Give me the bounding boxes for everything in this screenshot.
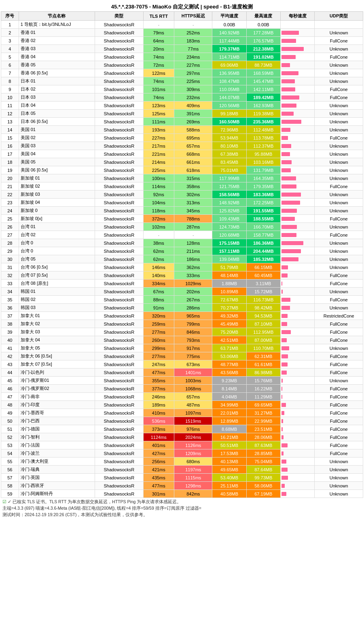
cell-https: - [174,231,212,239]
cell-tls: 74ms [143,93,174,102]
cell-name: 日本 01 [19,77,95,85]
cell-avg: 121.75MB [212,182,246,191]
cell-https: 183ms [174,37,212,45]
cell-type: ShadowsocksR [95,29,144,37]
cell-type: ShadowsocksR [95,344,144,352]
cell-tls: 118ms [143,207,174,215]
cell-name: 冷门-澳大利亚 [19,458,95,466]
cell-id: 13 [1,118,19,126]
cell-udp: Unknown [315,247,363,255]
cell-max: 113.78MB [246,134,280,142]
table-row: 10 日本 03 ShadowsocksR 74ms 232ms 144.07M… [1,93,363,102]
cell-id: 4 [1,45,19,53]
cell-speed [280,158,315,166]
cell-id: 22 [1,191,19,199]
cell-https: 657ms [174,142,212,150]
cell-id: 38 [1,320,19,328]
cell-name: 日本 04 [19,102,95,110]
cell-avg: 4.04MB [212,393,246,401]
cell-max: 162.93MB [246,102,280,110]
cell-tls: 189ms [143,401,174,409]
table-row: 5 香港 04 ShadowsocksR 74ms 234ms 114.71MB… [1,53,363,61]
cell-speed [280,126,315,134]
cell-max: 204.44MB [246,247,280,255]
table-row: 43 加拿大 07 [0.5x] ShadowsocksR 247ms 673m… [1,360,363,369]
col-max: 最高速度 [246,12,280,21]
table-row: 41 加拿大 05 ShadowsocksR 299ms 917ms 63.71… [1,344,363,352]
cell-max: 0.00B [246,21,280,29]
cell-id: 25 [1,215,19,223]
table-row: 21 新加坡 02 ShadowsocksR 114ms 358ms 121.7… [1,182,363,191]
cell-avg: 40.58MB [212,490,246,498]
cell-https: 302ms [174,191,212,199]
cell-name: 日本 06 [0.5x] [19,118,95,126]
cell-udp: FullCone [315,409,363,417]
cell-name: 新加坡 0[x] [19,215,95,223]
cell-speed [280,393,315,401]
cell-max: 191.55MB [246,207,280,215]
cell-https: 487ms [174,401,212,409]
cell-https: 252ms [174,29,212,37]
cell-tls: - [143,21,174,29]
table-row: 40 加拿大 04 ShadowsocksR 260ms 793ms 42.51… [1,336,363,344]
cell-tls: 62ms [143,255,174,263]
cell-avg: 148.92MB [212,199,246,207]
cell-id: 41 [1,344,19,352]
cell-type: ShadowsocksR [95,263,144,271]
cell-avg: 117.44MB [212,37,246,45]
cell-id: 5 [1,53,19,61]
table-row: 37 加拿大 01 ShadowsocksR 320ms 965ms 49.32… [1,312,363,320]
table-row: 4 香港 03 ShadowsocksR 20ms 77ms 179.37MB … [1,45,363,53]
cell-id: 3 [1,37,19,45]
cell-id: 55 [1,458,19,466]
cell-udp: FullCone [315,328,363,336]
cell-avg: 48.14MB [212,271,246,280]
cell-avg: 175.15MB [212,239,246,247]
cell-avg: 125.82MB [212,207,246,215]
cell-name: 美国 01 [19,126,95,134]
table-row: 8 日本 01 ShadowsocksR 74ms 225ms 108.47MB… [1,77,363,85]
cell-id: 47 [1,393,19,401]
cell-name: 美国 04 [19,150,95,158]
cell-type: ShadowsocksR [95,150,144,158]
cell-tls: 38ms [143,239,174,247]
cell-speed [280,191,315,199]
cell-id: 35 [1,296,19,304]
cell-https: 673ms [174,360,212,369]
cell-name: 冷门-英国 [19,474,95,482]
cell-name: 香港 04 [19,53,95,61]
cell-speed [280,320,315,328]
cell-type: ShadowsocksR [95,482,144,490]
table-row: 38 加拿大 02 ShadowsocksR 259ms 799ms 45.49… [1,320,363,328]
cell-type: ShadowsocksR [95,191,144,199]
cell-id: 31 [1,263,19,271]
cell-id: 50 [1,417,19,425]
cell-max: 176.57MB [246,37,280,45]
cell-avg: 49.65MB [212,466,246,474]
cell-type: ShadowsocksR [95,239,144,247]
cell-udp: Unknown [315,458,363,466]
cell-tls: 100ms [143,174,174,182]
cell-udp: Unknown [315,207,363,215]
cell-tls: 79ms [143,29,174,37]
cell-tls: 299ms [143,344,174,352]
cell-type: ShadowsocksR [95,328,144,336]
cell-type: ShadowsocksR [95,53,144,61]
cell-id: 29 [1,247,19,255]
cell-speed [280,69,315,77]
cell-name: 香港 02 [19,37,95,45]
cell-udp: Unknown [315,288,363,296]
cell-speed [280,304,315,312]
cell-id: 42 [1,352,19,360]
footer-check: ☑ ✓ 已核实 TLS 证书。TLS RTT 为单次数据交换延迟，HTTPS P… [1,498,363,505]
cell-max: 172.25MB [246,199,280,207]
cell-udp: Unknown [315,61,363,69]
cell-avg: 120.68MB [212,231,246,239]
cell-speed [280,271,315,280]
cell-avg: 108.47MB [212,77,246,85]
cell-https: 409ms [174,102,212,110]
cell-udp: Unknown [315,174,363,182]
cell-avg: 144.07MB [212,93,246,102]
cell-speed [280,37,315,45]
cell-name: 冷门-瑞典 [19,466,95,474]
